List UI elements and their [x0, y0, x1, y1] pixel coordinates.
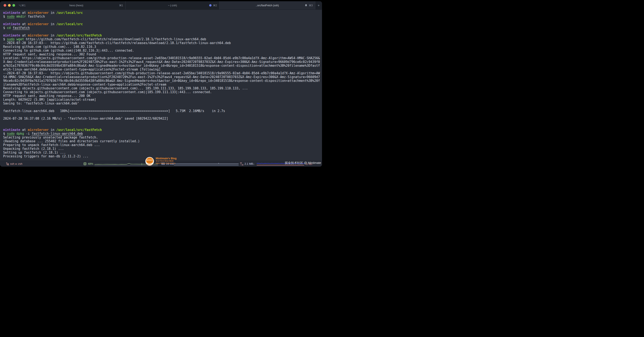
terminal-line: $ cd fastFetch — [3, 26, 322, 30]
terminal-line: 96ce6c02c9439f0a7631a17970367f9c40c04c8d… — [3, 79, 322, 83]
terminal-output: mintimate at microServer in /usr/local/s… — [0, 10, 322, 161]
cpu-widget: 48% — [83, 161, 93, 167]
terminal-line — [3, 18, 322, 22]
bell-icon — [305, 4, 307, 7]
terminal-line: --2024-07-20 16:37:03-- https://github.c… — [3, 41, 322, 45]
terminal-line: Preparing to unpack fastfetch-linux-aarc… — [3, 143, 322, 147]
terminal-line: Setting up fastfetch (2.18.1) ... — [3, 151, 322, 154]
new-tab-button[interactable]: + — [315, 1, 322, 9]
terminal-line: etch-linux-aarch64.deb&response-content-… — [3, 67, 322, 71]
terminal-line: $ sudo wget https://github.com/fastfetch… — [3, 37, 322, 41]
terminal-line: S4-HMAC-SHA256&X-Amz-Credential=releasea… — [3, 75, 322, 79]
desktop-background: ⌥⌘1 hexo (hexo) ⌘1 ~ (-zsh) ⌘2 ..src/fas… — [0, 0, 322, 168]
terminal-line: Selecting previously unselected package … — [3, 136, 322, 139]
terminal-line — [3, 105, 322, 109]
terminal-line — [3, 124, 322, 128]
terminal-line: mintimate at microServer in /usr/local/s… — [3, 33, 322, 37]
terminal-line: mintimate at microServer in /usr/local/s… — [3, 22, 322, 26]
terminal-line: fastfetch-linux-aarch64.deb 100%[=======… — [3, 109, 322, 113]
terminal-line: (Reading database ... 255402 files and d… — [3, 139, 322, 143]
terminal-line: $ sudo mkdir fastFetch — [3, 15, 322, 18]
terminal-line — [3, 113, 322, 117]
terminal-line: HTTP request sent, awaiting response... … — [3, 52, 322, 56]
terminal-line: Resolving objects.githubusercontent.com … — [3, 86, 322, 90]
minimize-button[interactable] — [8, 4, 11, 7]
terminal-line: --2024-07-20 16:37:03-- https://objects.… — [3, 71, 322, 75]
terminal-line — [3, 30, 322, 33]
terminal-line: mintimate at microServer in /usr/local/s… — [3, 128, 322, 132]
tab-title: ~ (-zsh) — [168, 4, 177, 7]
cpu-chip-icon — [83, 162, 87, 166]
network-widget: 2.1 MB↓ — [240, 161, 254, 167]
tab-hexo[interactable]: hexo (hexo) ⌘1 — [27, 1, 126, 9]
traffic-lights — [0, 1, 18, 9]
terminal-line: Unpacking fastfetch (2.18.1) ... — [3, 147, 322, 151]
terminal-line: Connecting to objects.githubusercontent.… — [3, 90, 322, 94]
juejin-watermark: 掘金技术社区 @ Mintimate — [285, 161, 321, 165]
network-down-label: 2.1 MB↓ — [244, 162, 254, 165]
cpu-percent-label: 48% — [88, 162, 93, 165]
tab-shortcut: ⌘1 — [119, 4, 123, 7]
session-label: ssh ◂ -zsh — [10, 162, 22, 165]
tab-shortcut: ⌘3 — [309, 4, 313, 7]
terminal-line: mintimate at microServer in /usr/local/s… — [3, 11, 322, 15]
terminal-line — [3, 120, 322, 124]
iterm-window: ⌥⌘1 hexo (hexo) ⌘1 ~ (-zsh) ⌘2 ..src/fas… — [0, 1, 322, 167]
terminal-line: 2024-07-20 16:37:08 (2.16 MB/s) - ‘fastf… — [3, 117, 322, 120]
terminal-line: a7631a17970367f9c40c04c8d3559b438fa884c8… — [3, 64, 322, 67]
terminal-line: Resolving github.com (github.com)... 140… — [3, 45, 322, 49]
tab-shortcut: ⌘2 — [213, 4, 217, 7]
terminal-line: Connecting to github.com (github.com)|14… — [3, 49, 322, 52]
memory-sparkline — [174, 161, 238, 167]
watermark-subtitle: 专注于你分享技术教程 — [156, 160, 177, 162]
terminal-line: ilename%3Dfastfetch-linux-aarch64.deb&re… — [3, 83, 322, 86]
tab-zsh[interactable]: ~ (-zsh) ⌘2 — [126, 1, 220, 9]
network-icon — [240, 162, 244, 166]
close-button[interactable] — [4, 4, 6, 7]
process-tree-icon — [6, 162, 9, 165]
terminal-line: Location: https://objects.githubusercont… — [3, 56, 322, 60]
tab-title: ..src/fastFetch (ssh) — [256, 4, 279, 7]
tab-title: hexo (hexo) — [69, 4, 83, 7]
terminal-line: Saving to: ‘fastfetch-linux-aarch64.deb’ — [3, 102, 322, 105]
tab-bar: ⌥⌘1 hexo (hexo) ⌘1 ~ (-zsh) ⌘2 ..src/fas… — [0, 1, 322, 10]
terminal-line: HTTP request sent, awaiting response... … — [3, 94, 322, 98]
watermark-title: Mintimate's Blog — [156, 157, 177, 160]
watermark-url: https://www.mintimate.cn — [156, 162, 177, 165]
activity-dot-icon — [209, 4, 212, 6]
terminal-line: $ sudo dpkg -i fastfetch-linux-aarch64.d… — [3, 132, 322, 136]
mintimate-logo-icon: MINTIMATE Blogger — [145, 157, 154, 166]
window-shortcut-label: ⌥⌘1 — [18, 1, 27, 9]
zoom-button[interactable] — [12, 4, 15, 7]
terminal-line: X-Amz-Credential=releaseassetproduction%… — [3, 60, 322, 64]
blog-watermark: MINTIMATE Blogger Mintimate's Blog 专注于你分… — [145, 157, 177, 166]
session-widget: ssh ◂ -zsh — [6, 161, 22, 167]
terminal-line: Length: 6029422 (5.8M) [application/octe… — [3, 98, 322, 102]
tab-ssh-fastfetch[interactable]: ..src/fastFetch (ssh) ⌘3 — [220, 1, 315, 9]
